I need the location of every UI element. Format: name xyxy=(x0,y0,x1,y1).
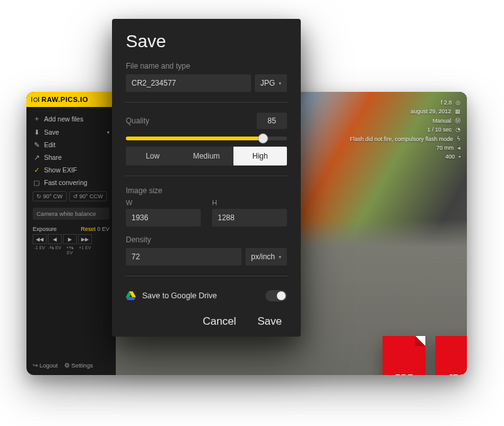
mode-icon: Ⓜ xyxy=(455,116,461,125)
slider-thumb[interactable] xyxy=(258,133,268,143)
share-icon: ↗ xyxy=(33,154,40,161)
modal-actions: Cancel Save xyxy=(126,315,287,328)
ev-label: +⅓ EV xyxy=(63,245,77,255)
exif-shutter: 1 / 10 sec xyxy=(427,125,452,134)
height-input[interactable] xyxy=(212,209,287,227)
exif-date: august 29, 2012 xyxy=(410,107,451,116)
exposure-control: Exposure Reset 0 EV ◀◀ ◀ ▶ ▶▶ -1 EV -⅓ E… xyxy=(26,223,116,257)
chevron-down-icon: ▾ xyxy=(279,254,281,260)
sidebar-item-edit[interactable]: ✎Edit xyxy=(26,138,116,151)
filetype-select[interactable]: JPG ▾ xyxy=(255,74,287,92)
quality-label: Quality xyxy=(126,116,149,125)
clock-icon: ◔ xyxy=(456,125,461,134)
sidebar-footer: ↪ Logout ⚙ Settings xyxy=(33,362,93,369)
rotate-cw-button[interactable]: ↻ 90° CW xyxy=(33,191,67,201)
ev-label: -⅓ EV xyxy=(48,245,62,255)
cancel-button[interactable]: Cancel xyxy=(203,315,236,328)
image-size-label: Image size xyxy=(126,186,287,195)
sidebar-item-fast[interactable]: ▢Fast convering xyxy=(26,176,116,189)
filetype-value: JPG xyxy=(260,79,275,87)
toggle-knob xyxy=(277,291,286,300)
divider xyxy=(125,276,288,276)
settings-button[interactable]: ⚙ Settings xyxy=(64,362,93,369)
filename-label: File name and type xyxy=(126,62,287,70)
file-badges: PDF JPG xyxy=(383,336,467,375)
height-label: H xyxy=(212,199,287,206)
density-unit-value: px/inch xyxy=(251,252,275,261)
density-label: Density xyxy=(126,235,287,244)
exif-flash: Flash did not fire, compulsory flash mod… xyxy=(350,135,453,143)
sidebar-item-save[interactable]: ⬇Save▾ xyxy=(26,126,116,138)
width-input[interactable] xyxy=(126,209,201,227)
exif-iso: 400 xyxy=(445,152,455,161)
sidebar-item-label: Edit xyxy=(44,141,55,149)
ev-label: -1 EV xyxy=(33,245,47,255)
rotate-ccw-button[interactable]: ↺ 90° CCW xyxy=(69,191,107,201)
svg-marker-2 xyxy=(126,297,136,300)
exposure-value: 0 EV xyxy=(97,226,109,232)
exposure-buttons: ◀◀ ◀ ▶ ▶▶ xyxy=(33,234,109,244)
preset-low[interactable]: Low xyxy=(126,147,179,165)
sidebar: RAW.PICS.IO ＋Add new files ⬇Save▾ ✎Edit … xyxy=(26,92,116,375)
sidebar-item-label: Show EXIF xyxy=(44,166,77,174)
quality-value[interactable]: 85 xyxy=(257,113,287,129)
jpg-label: JPG xyxy=(448,373,466,375)
pdf-badge: PDF xyxy=(383,336,425,375)
focal-icon: ◂ xyxy=(457,143,461,152)
quality-slider[interactable] xyxy=(126,137,287,140)
google-drive-icon xyxy=(126,291,136,300)
logout-label: Logout xyxy=(40,362,58,369)
sidebar-item-label: Fast convering xyxy=(44,179,87,186)
preset-medium[interactable]: Medium xyxy=(179,147,233,165)
logout-button[interactable]: ↪ Logout xyxy=(33,362,58,369)
density-input[interactable] xyxy=(126,248,242,266)
exif-focal: 70 mm xyxy=(436,143,454,152)
ev-label: +1 EV xyxy=(78,245,92,255)
square-icon: ▢ xyxy=(33,179,40,186)
download-icon: ⬇ xyxy=(33,128,40,136)
rotate-controls: ↻ 90° CW ↺ 90° CCW xyxy=(26,189,116,204)
ev-minus-1-button[interactable]: ◀◀ xyxy=(33,234,47,244)
google-drive-toggle[interactable] xyxy=(266,290,287,301)
sidebar-item-add[interactable]: ＋Add new files xyxy=(26,112,116,126)
check-icon: ✓ xyxy=(33,166,40,174)
google-drive-row: Save to Google Drive xyxy=(126,286,287,301)
plus-icon: ＋ xyxy=(33,115,40,123)
chevron-down-icon: ▾ xyxy=(107,130,109,135)
iso-icon: ▪ xyxy=(459,152,461,161)
sidebar-item-label: Save xyxy=(44,128,59,136)
brand-icon xyxy=(31,97,39,102)
flash-icon: ϟ xyxy=(457,135,461,143)
divider xyxy=(125,176,288,176)
pdf-label: PDF xyxy=(395,373,413,375)
jpg-badge: JPG xyxy=(435,336,467,375)
calendar-icon: ▦ xyxy=(455,107,461,116)
exif-aperture: f 2.8 xyxy=(440,98,452,107)
sidebar-item-label: Add new files xyxy=(44,115,83,123)
ev-minus-third-button[interactable]: ◀ xyxy=(48,234,62,244)
divider xyxy=(125,102,288,103)
sidebar-item-exif[interactable]: ✓Show EXIF xyxy=(26,164,116,176)
exif-overlay: f 2.8◎ august 29, 2012▦ ManualⓂ 1 / 10 s… xyxy=(350,98,461,162)
aperture-icon: ◎ xyxy=(456,98,461,107)
preset-high[interactable]: High xyxy=(233,147,287,165)
exif-mode: Manual xyxy=(432,116,451,125)
exposure-label: Exposure xyxy=(33,226,57,232)
sidebar-item-share[interactable]: ↗Share xyxy=(26,151,116,164)
filename-input[interactable] xyxy=(126,74,251,92)
white-balance-select[interactable]: Camera white balance xyxy=(33,208,109,220)
save-modal: Save File name and type JPG ▾ Quality 85… xyxy=(112,19,301,337)
ev-plus-third-button[interactable]: ▶ xyxy=(63,234,77,244)
brand-badge: RAW.PICS.IO xyxy=(26,92,116,107)
exposure-reset-button[interactable]: Reset xyxy=(81,226,96,232)
slider-fill xyxy=(126,137,263,140)
width-label: W xyxy=(126,199,201,206)
pencil-icon: ✎ xyxy=(33,141,40,149)
sidebar-list: ＋Add new files ⬇Save▾ ✎Edit ↗Share ✓Show… xyxy=(26,107,116,189)
save-button[interactable]: Save xyxy=(257,315,282,328)
google-drive-label: Save to Google Drive xyxy=(142,291,217,300)
quality-preset-segment: Low Medium High xyxy=(126,147,287,165)
settings-label: Settings xyxy=(71,362,92,369)
density-unit-select[interactable]: px/inch ▾ xyxy=(245,248,287,266)
ev-plus-1-button[interactable]: ▶▶ xyxy=(78,234,92,244)
